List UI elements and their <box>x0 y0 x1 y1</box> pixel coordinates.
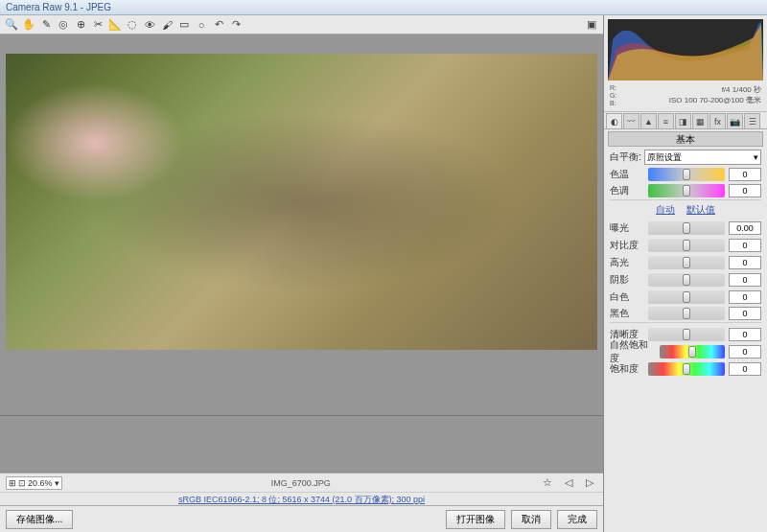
vibrance-label: 自然饱和度 <box>610 338 656 365</box>
highlights-value[interactable]: 0 <box>729 256 761 269</box>
slider-thumb[interactable] <box>683 222 690 234</box>
contrast-value[interactable]: 0 <box>729 239 761 252</box>
brush-tool-icon[interactable]: 🖌 <box>159 17 174 33</box>
auto-link[interactable]: 自动 <box>656 203 675 217</box>
hand-tool-icon[interactable]: ✋ <box>21 17 36 33</box>
preview-toggle-icon[interactable]: ▣ <box>584 17 599 33</box>
wb-tool-icon[interactable]: ✎ <box>38 17 54 33</box>
window-titlebar: Camera Raw 9.1 - JPEG <box>0 0 767 15</box>
zoom-grid-icon: ⊞ <box>9 478 16 488</box>
temp-slider[interactable] <box>648 168 725 181</box>
temp-value[interactable]: 0 <box>729 168 761 181</box>
tint-value[interactable]: 0 <box>729 184 761 197</box>
rgb-readout: R: G: B: <box>610 84 616 107</box>
window-title: Camera Raw 9.1 - JPEG <box>6 2 111 12</box>
image-canvas[interactable] <box>0 35 603 415</box>
wb-value: 原照设置 <box>647 151 682 164</box>
slider-thumb[interactable] <box>683 169 690 180</box>
exposure-value[interactable]: 0.00 <box>729 221 761 235</box>
saturation-label: 饱和度 <box>610 362 644 376</box>
bottom-bar: ⊞ ⊡ 20.6% ▾ IMG_6700.JPG ☆ ◁ ▷ <box>0 473 603 492</box>
metadata-link[interactable]: sRGB IEC61966-2.1; 8 位; 5616 x 3744 (21.… <box>0 492 603 505</box>
zoom-control[interactable]: ⊞ ⊡ 20.6% ▾ <box>6 476 62 490</box>
slider-thumb[interactable] <box>683 308 690 319</box>
zoom-fit-icon: ⊡ <box>18 478 26 488</box>
rotate-cw-icon[interactable]: ↷ <box>228 17 244 33</box>
default-link[interactable]: 默认值 <box>686 203 715 217</box>
whites-slider[interactable] <box>648 290 725 304</box>
slider-thumb[interactable] <box>683 291 690 303</box>
slider-thumb[interactable] <box>683 185 690 197</box>
filename-label: IMG_6700.JPG <box>68 478 534 488</box>
whites-value[interactable]: 0 <box>729 290 761 304</box>
highlights-slider[interactable] <box>648 256 725 269</box>
slider-thumb[interactable] <box>688 346 696 358</box>
panel-tabs: ◐ 〰 ▲ ≡ ◨ ▦ fx 📷 ☰ <box>604 112 767 129</box>
prev-icon[interactable]: ◁ <box>561 475 576 491</box>
rotate-ccw-icon[interactable]: ↶ <box>211 17 226 33</box>
radial-tool-icon[interactable]: ○ <box>194 17 209 33</box>
wb-select[interactable]: 原照设置 ▾ <box>644 150 761 165</box>
slider-thumb[interactable] <box>683 257 690 268</box>
rating-icon[interactable]: ☆ <box>540 475 555 491</box>
saturation-value[interactable]: 0 <box>729 362 761 376</box>
vibrance-value[interactable]: 0 <box>729 345 761 359</box>
shadows-value[interactable]: 0 <box>729 273 761 287</box>
crop-tool-icon[interactable]: ✂ <box>90 17 105 33</box>
target-tool-icon[interactable]: ⊕ <box>73 17 88 33</box>
panel-title: 基本 <box>608 131 763 147</box>
tab-detail[interactable]: ▲ <box>640 113 657 128</box>
straighten-tool-icon[interactable]: 📐 <box>107 17 123 33</box>
info-readout: R: G: B: f/4 1/400 秒 ISO 100 70-200@100 … <box>604 84 767 112</box>
next-icon[interactable]: ▷ <box>582 475 597 491</box>
temp-label: 色温 <box>610 168 644 181</box>
whites-label: 白色 <box>610 290 644 304</box>
spot-tool-icon[interactable]: ◌ <box>125 17 140 33</box>
highlights-label: 高光 <box>610 256 644 269</box>
tab-camera[interactable]: 📷 <box>727 113 743 128</box>
chevron-down-icon: ▾ <box>55 478 59 488</box>
vibrance-slider[interactable] <box>660 345 725 359</box>
slider-thumb[interactable] <box>683 240 690 251</box>
slider-thumb[interactable] <box>683 274 690 286</box>
tint-label: 色调 <box>610 184 644 197</box>
shadows-slider[interactable] <box>648 273 725 287</box>
blacks-slider[interactable] <box>648 307 725 320</box>
tab-split[interactable]: ◨ <box>675 113 691 128</box>
preview-image <box>6 54 597 350</box>
exposure-label: 曝光 <box>610 221 644 235</box>
tab-basic[interactable]: ◐ <box>606 113 622 128</box>
contrast-slider[interactable] <box>648 239 725 252</box>
open-button[interactable]: 打开图像 <box>446 510 505 529</box>
filmstrip <box>0 415 603 473</box>
tab-presets[interactable]: ☰ <box>744 113 760 128</box>
tab-fx[interactable]: fx <box>709 113 726 128</box>
save-button[interactable]: 存储图像... <box>6 510 73 529</box>
tab-curve[interactable]: 〰 <box>623 113 639 128</box>
sampler-tool-icon[interactable]: ◎ <box>56 17 71 33</box>
contrast-label: 对比度 <box>610 239 644 252</box>
tab-hsl[interactable]: ≡ <box>658 113 674 128</box>
iso-readout: ISO 100 70-200@100 毫米 <box>669 95 761 105</box>
tab-lens[interactable]: ▦ <box>692 113 709 128</box>
done-button[interactable]: 完成 <box>557 510 597 529</box>
blacks-value[interactable]: 0 <box>729 307 761 320</box>
shadows-label: 阴影 <box>610 273 644 287</box>
redeye-tool-icon[interactable]: 👁 <box>142 17 157 33</box>
wb-label: 白平衡: <box>610 150 644 164</box>
clarity-slider[interactable] <box>648 328 725 341</box>
slider-thumb[interactable] <box>683 363 690 375</box>
cancel-button[interactable]: 取消 <box>511 510 551 529</box>
footer: 存储图像... 打开图像 取消 完成 <box>0 505 603 532</box>
exposure-slider[interactable] <box>648 221 725 235</box>
histogram[interactable] <box>608 19 763 81</box>
zoom-tool-icon[interactable]: 🔍 <box>4 17 19 33</box>
saturation-slider[interactable] <box>648 362 725 376</box>
zoom-value: 20.6% <box>28 478 53 488</box>
clarity-value[interactable]: 0 <box>729 328 761 341</box>
tint-slider[interactable] <box>648 184 725 197</box>
gradient-tool-icon[interactable]: ▭ <box>176 17 192 33</box>
top-toolbar: 🔍 ✋ ✎ ◎ ⊕ ✂ 📐 ◌ 👁 🖌 ▭ ○ ↶ ↷ ▣ <box>0 15 603 35</box>
slider-thumb[interactable] <box>683 329 690 340</box>
exposure-readout: f/4 1/400 秒 <box>669 84 761 95</box>
